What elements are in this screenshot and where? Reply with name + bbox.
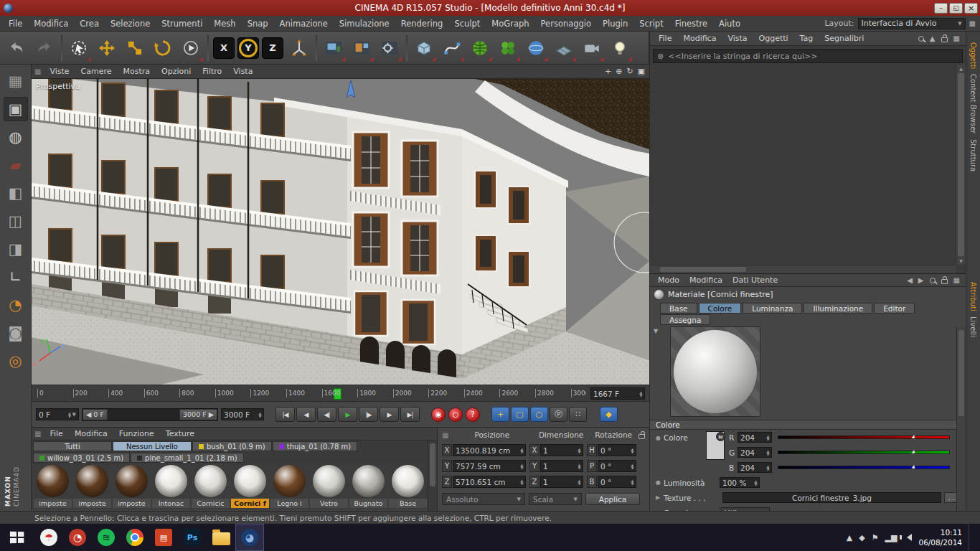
brightness-field[interactable]: 100 % ▲▼ [720,477,760,488]
timeline-range-slider[interactable]: ◀ 0 F 3000 F ▶ [82,408,218,421]
material-menu-item[interactable]: Modifica [69,429,113,438]
menu-item[interactable]: Sculpt [448,16,486,32]
add-sky-button[interactable] [522,34,550,62]
material-menu-item[interactable]: Funzione [113,429,160,438]
panel-menu-icon[interactable]: ▦ [953,276,960,284]
tab-assegna[interactable]: Assegna [660,314,710,325]
menu-item[interactable]: Rendering [395,16,449,32]
panel-tab[interactable]: Content Browser [969,74,977,133]
object-menu-item[interactable]: Oggetti [753,34,794,43]
current-frame-field[interactable]: 1667 F ▲▼ [590,387,645,400]
add-subdivision-surface-button[interactable] [466,34,494,62]
rotate-tool[interactable] [149,34,176,62]
channel-value-field[interactable]: 204▲▼ [738,447,772,458]
attribute-tab[interactable]: Base [660,303,697,314]
viewport-menu-item[interactable]: Vista [227,67,258,76]
avira-app[interactable]: ☂ [34,524,63,551]
minimize-button[interactable]: – [934,3,948,14]
red-utility-app[interactable]: ◔ [63,524,92,551]
end-frame-field[interactable]: 3000 F ▲▼ [221,408,264,420]
gyro-tool-button[interactable]: ◎ [4,349,28,373]
add-light-button[interactable] [606,34,633,62]
rotation-value-field[interactable]: 0 °▲▼ [598,476,636,488]
dimension-value-field[interactable]: 1▲▼ [540,460,583,472]
next-frame-button[interactable]: |▶ [359,407,378,422]
object-tree-hscrollbar[interactable] [650,265,956,273]
channel-value-field[interactable]: 204▲▼ [738,462,772,473]
layer-chip[interactable]: Nessun Livello [113,441,192,451]
dimension-mode-select[interactable]: Scala▼ [529,493,582,505]
object-menu-item[interactable]: File [653,34,677,43]
goto-start-button[interactable]: |◀ [275,407,295,422]
channel-slider[interactable]: ▲ [778,451,950,454]
add-floor-button[interactable] [550,34,578,62]
polygons-mode-button[interactable]: ◨ [4,237,28,261]
menu-item[interactable]: Aiuto [713,16,746,32]
panel-menu-icon[interactable]: ▦ [953,34,960,42]
menu-item[interactable]: Strumenti [156,16,208,32]
channel-slider[interactable]: ▲ [778,435,950,439]
position-mode-select[interactable]: Assoluto▼ [442,493,525,505]
attribute-menu-item[interactable]: Modifica [684,276,727,285]
attribute-tab[interactable]: Luminanza [743,303,802,314]
rotate-view-icon[interactable]: ↻ [626,67,633,76]
attribute-tab[interactable]: Colore [699,303,742,314]
history-back-icon[interactable]: ◀ [907,276,913,284]
move-tool[interactable] [93,34,121,62]
rotation-value-field[interactable]: 0 °▲▼ [598,460,636,472]
menu-item[interactable]: Finestre [669,16,713,32]
material-item[interactable]: Cornici f [230,465,270,509]
goto-next-key-button[interactable]: ▶ [380,407,399,422]
office-app[interactable]: ▤ [149,524,178,551]
axis-z-button[interactable]: Z [262,37,283,59]
material-item[interactable]: Bugnato [349,465,388,509]
clock[interactable]: 10:11 06/08/2014 [918,527,962,547]
workplane-mode-button[interactable]: ▰ [4,153,28,177]
file-explorer-app[interactable] [207,524,235,551]
coordinate-system-button[interactable] [286,34,313,62]
menu-item[interactable]: Script [633,16,669,32]
expand-texture-icon[interactable]: ▶ [656,494,661,501]
show-desktop-button[interactable] [969,524,973,551]
material-item[interactable]: Vetro [309,465,349,509]
channel-slider[interactable]: ▲ [778,466,950,469]
timeline-ruler[interactable]: 0200400600800100012001400160018002000220… [32,385,649,402]
prev-frame-button[interactable]: ◀| [317,407,336,422]
attribute-tab[interactable]: Illuminazione [804,303,872,314]
viewport-menu-item[interactable]: Camere [75,67,118,76]
position-value-field[interactable]: 5710.651 cm▲▼ [453,476,526,488]
menu-item[interactable]: Plugin [597,16,633,32]
toggle-view-icon[interactable]: ▣ [638,67,645,76]
position-value-field[interactable]: 13500.819 cm▲▼ [453,444,526,456]
search-icon[interactable] [930,278,936,283]
material-item[interactable]: imposte [112,465,151,509]
collapse-preview-icon[interactable]: ▼ [654,328,658,334]
attribute-menu-item[interactable]: Modo [653,276,684,285]
clear-search-icon[interactable]: ⊗ [657,52,664,61]
viewport-menu-item[interactable]: Opzioni [156,67,197,76]
menu-item[interactable]: Selezione [105,16,156,32]
material-item[interactable]: Legno i [270,465,309,509]
render-settings-button[interactable] [376,34,403,62]
object-tree-vscrollbar[interactable]: ▲▼ [956,65,966,265]
goto-prev-key-button[interactable]: ◀ [296,407,316,422]
anim-dot-icon[interactable]: ● [656,479,661,486]
redo-button[interactable] [31,34,58,62]
lock-icon[interactable] [639,434,645,439]
menu-item[interactable]: File [3,16,28,32]
add-camera-button[interactable] [578,34,606,62]
menu-item[interactable]: Personaggio [535,16,598,32]
undo-button[interactable] [3,34,30,62]
object-menu-item[interactable]: Tag [794,34,819,43]
play-button[interactable]: ▶ [338,407,357,422]
menu-item[interactable]: MoGraph [486,16,534,32]
apply-button[interactable]: Applica [585,493,640,505]
material-menu-item[interactable]: Texture [160,429,200,438]
object-menu-item[interactable]: Segnalibri [819,34,870,43]
points-mode-button[interactable]: ◧ [4,181,28,205]
start-button[interactable] [0,524,34,551]
spinner[interactable]: ▲▼ [258,412,261,418]
layer-chip[interactable]: willow_03_01 (2.5 m) [33,453,130,463]
autokeying-button[interactable]: ○ [448,408,463,422]
record-keyframe-button[interactable]: ◉ [431,408,446,422]
